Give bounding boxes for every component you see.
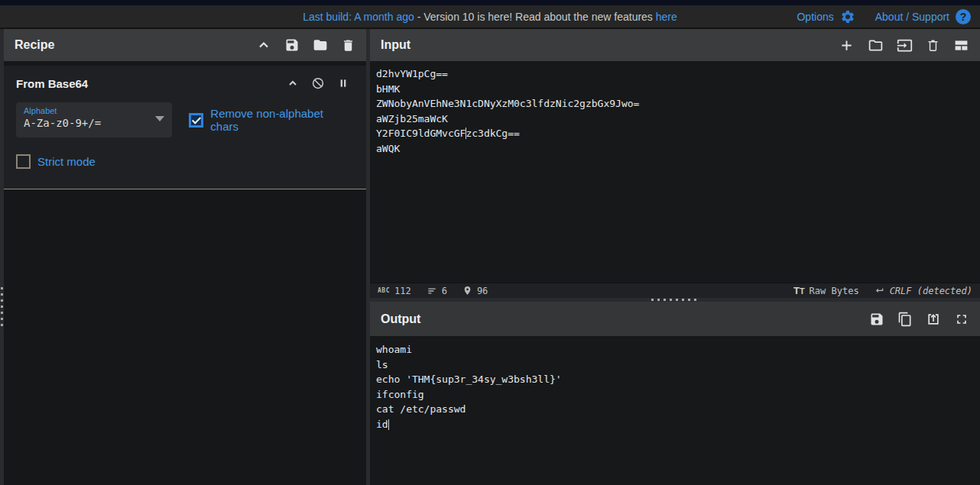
- alphabet-select[interactable]: Alphabet A-Za-z0-9+/=: [16, 102, 172, 137]
- io-splitter[interactable]: [370, 298, 980, 302]
- replace-input-export-icon[interactable]: [926, 312, 941, 327]
- code-line: d2hvYW1pCg==: [376, 66, 974, 82]
- splitter-grip-icon: [651, 299, 699, 301]
- code-line: aWQK: [376, 141, 974, 157]
- last-build-link[interactable]: Last build: A month ago: [303, 11, 414, 23]
- recipe-list[interactable]: From Base64 Alphabet A-Za-z0-9+/=: [4, 61, 366, 485]
- char-count: ABC 112: [378, 286, 411, 296]
- lines-icon: [427, 286, 437, 296]
- chevron-down-icon: [155, 116, 164, 121]
- output-header: Output: [370, 302, 980, 336]
- abc-icon: ABC: [378, 287, 390, 294]
- recipe-panel: Recipe From Base64: [4, 29, 366, 485]
- options-button[interactable]: Options: [797, 11, 833, 23]
- input-header: Input: [370, 29, 980, 61]
- notice-banner: Last build: A month ago - Version 10 is …: [0, 5, 980, 27]
- checkbox-icon[interactable]: [189, 113, 203, 128]
- clear-recipe-trash-icon[interactable]: [341, 38, 355, 53]
- question-circle-icon[interactable]: ?: [956, 9, 971, 24]
- code-line: bHMK: [376, 82, 974, 97]
- banner-text: - Version 10 is here! Read about the new…: [414, 11, 656, 23]
- new-features-link[interactable]: here: [656, 11, 677, 23]
- alphabet-value: A-Za-z0-9+/=: [24, 117, 164, 129]
- open-file-folder-icon[interactable]: [868, 37, 884, 53]
- input-layout-grid-icon[interactable]: [953, 37, 969, 53]
- operation-title: From Base64: [16, 77, 88, 90]
- breakpoint-pause-icon[interactable]: [337, 77, 349, 89]
- recipe-header: Recipe: [4, 29, 366, 61]
- disable-operation-icon[interactable]: [311, 76, 325, 90]
- code-line: id: [376, 417, 974, 432]
- input-status-bar: ABC 112 6 96 TT Raw Bytes CRLF (detected…: [370, 283, 980, 298]
- character-encoding[interactable]: TT Raw Bytes: [793, 285, 859, 296]
- code-line: ls: [376, 357, 974, 373]
- save-output-icon[interactable]: [869, 312, 884, 327]
- code-line: cat /etc/passwd: [376, 402, 974, 417]
- strict-mode-label: Strict mode: [37, 155, 96, 168]
- banner-message: Last build: A month ago - Version 10 is …: [303, 11, 677, 23]
- code-line: Y2F0IC9ldGMvcGFzc3dkCg==: [376, 126, 974, 141]
- code-line: whoami: [376, 342, 974, 357]
- code-line: ZWNobyAnVEhNe3N1cDNyXzM0c3lfdzNic2gzbGx9…: [376, 96, 974, 112]
- code-line: echo 'THM{sup3r_34sy_w3bsh3ll}': [376, 372, 974, 387]
- input-textarea[interactable]: d2hvYW1pCg==bHMKZWNobyAnVEhNe3N1cDNyXzM0…: [370, 61, 980, 283]
- checkbox-icon[interactable]: [16, 154, 31, 169]
- return-arrow-icon: [873, 286, 885, 296]
- operations-splitter[interactable]: [0, 29, 4, 485]
- load-recipe-folder-icon[interactable]: [313, 37, 328, 53]
- copy-output-icon[interactable]: [897, 312, 913, 327]
- chevron-up-icon[interactable]: [256, 37, 271, 53]
- output-area[interactable]: whoamilsecho 'THM{sup3r_34sy_w3bsh3ll}'i…: [370, 336, 980, 485]
- add-tab-plus-icon[interactable]: [839, 37, 855, 53]
- line-ending[interactable]: CRLF (detected): [873, 286, 972, 296]
- splitter-grip-icon: [1, 287, 3, 327]
- top-strip: [0, 0, 980, 5]
- code-line: aWZjb25maWcK: [376, 112, 974, 127]
- clear-input-trash-icon[interactable]: [926, 38, 940, 53]
- maximize-output-icon[interactable]: [954, 312, 969, 327]
- collapse-args-chevron-icon[interactable]: [287, 77, 299, 89]
- text-transform-icon: TT: [793, 285, 805, 296]
- gear-icon[interactable]: [840, 9, 855, 24]
- about-support-button[interactable]: About / Support: [875, 11, 949, 23]
- remove-non-alphabet-label: Remove non-alphabet chars: [210, 107, 354, 133]
- input-title: Input: [381, 38, 410, 52]
- open-input-import-icon[interactable]: [897, 37, 913, 53]
- code-line: ifconfig: [376, 387, 974, 403]
- strict-mode-checkbox[interactable]: Strict mode: [16, 154, 96, 169]
- line-count: 6: [427, 286, 447, 296]
- recipe-title: Recipe: [15, 38, 54, 52]
- pin-icon: [462, 286, 472, 296]
- cursor-position: 96: [462, 286, 488, 296]
- save-recipe-icon[interactable]: [284, 37, 300, 53]
- operation-from-base64[interactable]: From Base64 Alphabet A-Za-z0-9+/=: [4, 66, 366, 189]
- alphabet-label: Alphabet: [24, 106, 164, 115]
- output-title: Output: [381, 312, 420, 326]
- remove-non-alphabet-checkbox[interactable]: Remove non-alphabet chars: [189, 107, 354, 133]
